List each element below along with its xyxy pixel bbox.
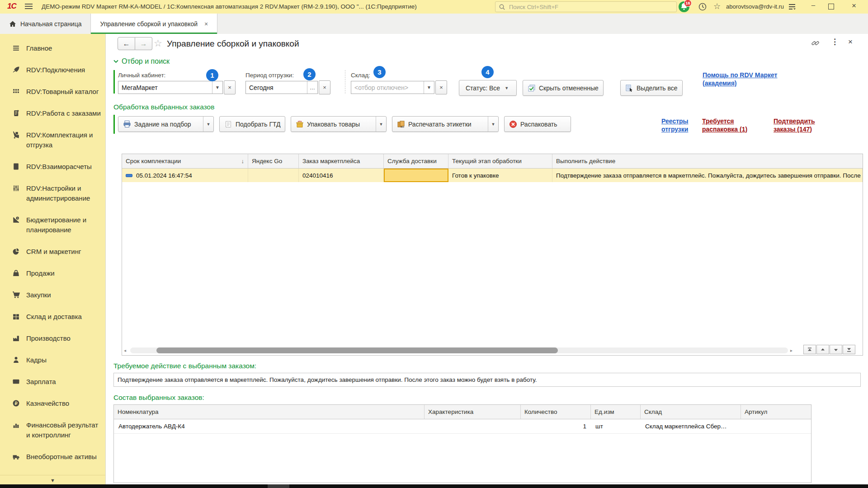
sidebar-item-warehouse-delivery[interactable]: Склад и доставка (0, 306, 105, 328)
tab-assembly-packing[interactable]: Управление сборкой и упаковкой × (90, 14, 217, 34)
page-down-button[interactable] (830, 345, 842, 354)
dropdown-arrow-icon[interactable]: ▼ (203, 117, 213, 131)
column-header-warehouse[interactable]: Склад (641, 405, 741, 419)
go-last-button[interactable] (843, 345, 855, 354)
sidebar-item-financial-result[interactable]: Финансовый результат и контроллинг (0, 414, 105, 446)
sidebar-item-rdv-orders[interactable]: RDV:Работа с заказами (0, 103, 105, 124)
composition-row[interactable]: Автодержатель АВД-К4 1 шт Склад маркетпл… (114, 419, 811, 434)
sidebar-item-sales[interactable]: Продажи (0, 263, 105, 284)
user-account[interactable]: aborovtsova@rdv-it.ru (726, 3, 784, 10)
sidebar-item-crm[interactable]: CRM и маркетинг (0, 241, 105, 263)
column-header-nomenclature[interactable]: Номенклатура (114, 405, 425, 419)
column-header-stage[interactable]: Текущий этап обработки (448, 154, 552, 168)
service-menu-icon[interactable] (788, 2, 797, 11)
favorite-star-icon[interactable]: ☆ (154, 38, 162, 49)
filter-section-header[interactable]: Отбор и поиск (113, 57, 170, 66)
cell-article[interactable] (741, 419, 811, 433)
gtd-button[interactable]: Подобрать ГТД (219, 116, 285, 132)
sidebar-item-rdv-catalog[interactable]: RDV:Товарный каталог (0, 81, 105, 103)
cell-action[interactable]: Подтверждение заказа отправляется в марк… (552, 169, 863, 182)
sidebar-item-rdv-picking-shipping[interactable]: RDV:Комплектация и отгрузка (0, 124, 105, 156)
ellipsis-picker-icon[interactable]: … (307, 81, 317, 94)
sidebar-item-rdv-settings-admin[interactable]: RDV:Настройки и администрирование (0, 178, 105, 209)
warehouse-clear-button[interactable]: × (435, 80, 447, 94)
unpack-button[interactable]: Распаковать (504, 116, 571, 132)
cell-deadline[interactable]: 05.01.2024 16:47:54 (122, 169, 248, 182)
search-input[interactable] (508, 3, 659, 11)
sidebar-item-rdv-connections[interactable]: RDV:Подключения (0, 59, 105, 81)
help-link[interactable]: Помощь по RDV Маркет (академия) (703, 71, 777, 87)
cell-nomenclature[interactable]: Автодержатель АВД-К4 (114, 419, 425, 433)
cell-quantity[interactable]: 1 (521, 419, 591, 433)
window-minimize-button[interactable]: – (808, 1, 818, 9)
hide-cancelled-button[interactable]: Скрыть отмененные (523, 80, 604, 96)
cell-yandex-go[interactable] (248, 169, 299, 182)
scroll-right-icon[interactable]: ▸ (790, 348, 793, 353)
scrollbar-thumb[interactable] (156, 347, 558, 353)
window-maximize-button[interactable] (828, 4, 834, 9)
confirm-orders-link[interactable]: Подтвердить заказы (147) (774, 117, 815, 133)
unpacking-required-link[interactable]: Требуется распаковка (1) (702, 117, 747, 133)
column-header-quantity[interactable]: Количество (521, 405, 591, 419)
window-close-button[interactable]: × (849, 1, 859, 10)
shipping-registers-link[interactable]: Реестры отгрузки (661, 117, 689, 133)
sidebar-item-fixed-assets[interactable]: Внеоборотные активы (0, 446, 105, 468)
sidebar-item-main[interactable]: Главное (0, 38, 105, 59)
cell-order-number[interactable]: 024010416 (299, 169, 384, 182)
cabinet-field[interactable]: МегаМаркет ▼ (118, 81, 223, 94)
cabinet-clear-button[interactable]: × (224, 80, 236, 94)
sidebar-item-purchases[interactable]: Закупки (0, 284, 105, 306)
main-menu-icon[interactable] (25, 4, 33, 10)
global-search[interactable] (495, 1, 677, 12)
notifications-icon[interactable]: 16 (678, 1, 690, 13)
cell-warehouse[interactable]: Склад маркетплейса Сбер… (641, 419, 741, 433)
back-button[interactable]: ← (118, 37, 135, 50)
sidebar-item-production[interactable]: Производство (0, 328, 105, 349)
column-header-deadline[interactable]: Срок комплектации↓ (122, 154, 248, 168)
order-row[interactable]: 05.01.2024 16:47:54 024010416 Готов к уп… (122, 169, 863, 182)
sidebar-item-rdv-settlements[interactable]: RDV:Взаиморасчеты (0, 156, 105, 178)
horizontal-scrollbar[interactable]: ◂ ▸ (123, 347, 801, 354)
period-clear-button[interactable]: × (319, 80, 330, 94)
tab-close-icon[interactable]: × (204, 20, 208, 28)
sidebar-item-salary[interactable]: Зарплата (0, 371, 105, 393)
column-header-action[interactable]: Выполнить действие (552, 154, 863, 168)
get-link-icon[interactable] (811, 39, 820, 47)
column-header-characteristic[interactable]: Характеристика (425, 405, 521, 419)
go-first-button[interactable] (803, 345, 816, 354)
print-labels-button[interactable]: Распечатать этикетки ▼ (392, 116, 499, 132)
column-header-delivery[interactable]: Служба доставки (384, 154, 448, 168)
dropdown-arrow-icon[interactable]: ▼ (212, 81, 222, 94)
more-menu-icon[interactable]: ⋮ (831, 37, 839, 47)
column-header-yandex-go[interactable]: Яндекс Go (248, 154, 299, 168)
column-header-order[interactable]: Заказ маркетплейса (299, 154, 384, 168)
scroll-left-icon[interactable]: ◂ (124, 348, 126, 353)
warehouse-field[interactable]: <отбор отключен> ▼ (351, 81, 434, 94)
sidebar-expand-button[interactable]: ▼ (0, 475, 105, 485)
page-up-button[interactable] (816, 345, 829, 354)
cell-stage[interactable]: Готов к упаковке (448, 169, 552, 182)
forward-button[interactable]: → (135, 37, 152, 50)
dropdown-arrow-icon[interactable]: ▼ (376, 117, 386, 131)
sidebar-item-hr[interactable]: Кадры (0, 349, 105, 371)
column-header-unit[interactable]: Ед.изм (591, 405, 641, 419)
sidebar-item-budgeting[interactable]: Бюджетирование и планирование (0, 209, 105, 241)
dropdown-arrow-icon[interactable]: ▼ (488, 117, 498, 131)
favorites-icon[interactable]: ☆ (713, 1, 721, 11)
select-all-button[interactable]: Выделить все (620, 80, 683, 96)
period-field[interactable]: Сегодня … (245, 81, 318, 94)
dropdown-arrow-icon[interactable]: ▼ (424, 81, 434, 94)
sidebar-item-treasury[interactable]: ₽Казначейство (0, 393, 105, 414)
sidebar-item-label: Продажи (26, 268, 55, 278)
pack-goods-button[interactable]: Упаковать товары ▼ (291, 116, 387, 132)
history-icon[interactable] (698, 2, 707, 11)
column-header-article[interactable]: Артикул (741, 405, 811, 419)
pick-task-button[interactable]: Задание на подбор ▼ (118, 116, 214, 132)
form-close-icon[interactable]: × (848, 38, 853, 47)
cell-delivery-selected[interactable] (384, 169, 448, 182)
cell-characteristic[interactable] (425, 419, 521, 433)
scrollbar-track[interactable] (130, 347, 788, 353)
cell-unit[interactable]: шт (591, 419, 641, 433)
tab-home[interactable]: Начальная страница (0, 14, 90, 34)
status-filter-button[interactable]: Статус: Все ▼ (459, 80, 517, 96)
